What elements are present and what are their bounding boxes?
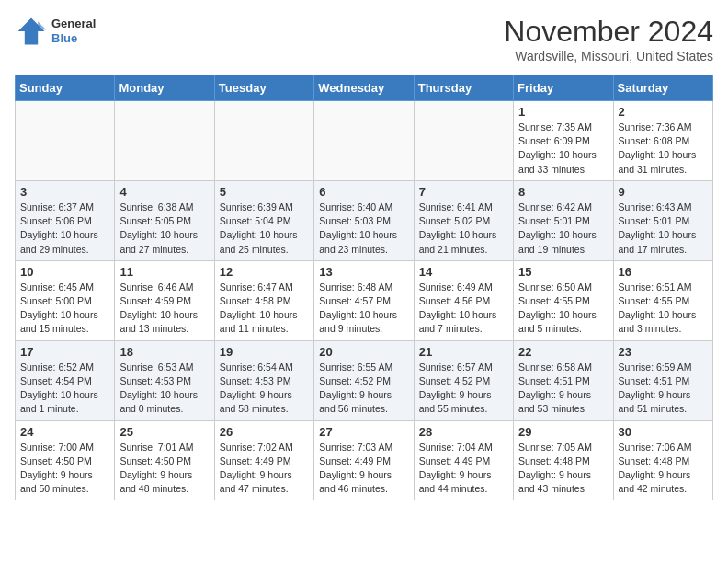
calendar-cell: 30Sunrise: 7:06 AM Sunset: 4:48 PM Dayli… xyxy=(613,420,712,500)
day-info: Sunrise: 7:36 AM Sunset: 6:08 PM Dayligh… xyxy=(619,121,708,177)
day-number: 25 xyxy=(119,425,209,439)
calendar-cell: 28Sunrise: 7:04 AM Sunset: 4:49 PM Dayli… xyxy=(414,420,513,500)
day-info: Sunrise: 6:43 AM Sunset: 5:01 PM Dayligh… xyxy=(619,201,708,257)
day-number: 21 xyxy=(419,345,508,359)
logo: General Blue xyxy=(15,15,96,48)
calendar-week-1: 1Sunrise: 7:35 AM Sunset: 6:09 PM Daylig… xyxy=(16,101,713,181)
calendar-table: SundayMondayTuesdayWednesdayThursdayFrid… xyxy=(15,75,713,500)
day-info: Sunrise: 6:39 AM Sunset: 5:04 PM Dayligh… xyxy=(220,201,309,257)
calendar-cell: 24Sunrise: 7:00 AM Sunset: 4:50 PM Dayli… xyxy=(16,420,115,500)
day-info: Sunrise: 6:55 AM Sunset: 4:52 PM Dayligh… xyxy=(319,361,408,417)
day-number: 30 xyxy=(619,425,708,439)
svg-marker-1 xyxy=(38,21,46,29)
day-info: Sunrise: 7:05 AM Sunset: 4:48 PM Dayligh… xyxy=(518,441,608,497)
calendar-cell: 11Sunrise: 6:46 AM Sunset: 4:59 PM Dayli… xyxy=(115,260,214,340)
calendar-cell: 6Sunrise: 6:40 AM Sunset: 5:03 PM Daylig… xyxy=(314,180,414,260)
day-info: Sunrise: 7:06 AM Sunset: 4:48 PM Dayligh… xyxy=(619,441,708,497)
day-number: 23 xyxy=(619,345,708,359)
calendar-cell: 4Sunrise: 6:38 AM Sunset: 5:05 PM Daylig… xyxy=(115,180,214,260)
day-info: Sunrise: 6:45 AM Sunset: 5:00 PM Dayligh… xyxy=(20,281,109,337)
day-number: 4 xyxy=(119,185,209,199)
day-info: Sunrise: 6:42 AM Sunset: 5:01 PM Dayligh… xyxy=(518,201,608,257)
day-number: 16 xyxy=(619,265,708,279)
calendar-cell: 12Sunrise: 6:47 AM Sunset: 4:58 PM Dayli… xyxy=(214,260,313,340)
day-info: Sunrise: 6:50 AM Sunset: 4:55 PM Dayligh… xyxy=(518,281,608,337)
calendar-cell: 15Sunrise: 6:50 AM Sunset: 4:55 PM Dayli… xyxy=(514,260,613,340)
day-number: 7 xyxy=(419,185,508,199)
day-info: Sunrise: 6:59 AM Sunset: 4:51 PM Dayligh… xyxy=(619,361,708,417)
calendar-cell: 17Sunrise: 6:52 AM Sunset: 4:54 PM Dayli… xyxy=(16,340,115,420)
day-number: 22 xyxy=(518,345,608,359)
calendar-cell: 26Sunrise: 7:02 AM Sunset: 4:49 PM Dayli… xyxy=(214,420,313,500)
calendar-cell xyxy=(314,101,414,181)
day-number: 27 xyxy=(319,425,408,439)
col-header-sunday: Sunday xyxy=(16,75,115,101)
day-info: Sunrise: 6:52 AM Sunset: 4:54 PM Dayligh… xyxy=(20,361,109,417)
day-info: Sunrise: 6:38 AM Sunset: 5:05 PM Dayligh… xyxy=(119,201,209,257)
day-number: 20 xyxy=(319,345,408,359)
day-number: 28 xyxy=(419,425,508,439)
title-block: November 2024 Wardsville, Missouri, Unit… xyxy=(504,15,713,63)
day-info: Sunrise: 7:01 AM Sunset: 4:50 PM Dayligh… xyxy=(119,441,209,497)
day-number: 1 xyxy=(518,105,608,119)
day-info: Sunrise: 7:00 AM Sunset: 4:50 PM Dayligh… xyxy=(20,441,109,497)
location: Wardsville, Missouri, United States xyxy=(504,49,713,63)
col-header-wednesday: Wednesday xyxy=(314,75,414,101)
day-info: Sunrise: 6:48 AM Sunset: 4:57 PM Dayligh… xyxy=(319,281,408,337)
calendar-cell: 21Sunrise: 6:57 AM Sunset: 4:52 PM Dayli… xyxy=(414,340,513,420)
day-number: 29 xyxy=(518,425,608,439)
day-info: Sunrise: 6:54 AM Sunset: 4:53 PM Dayligh… xyxy=(220,361,309,417)
calendar-cell: 22Sunrise: 6:58 AM Sunset: 4:51 PM Dayli… xyxy=(514,340,613,420)
day-info: Sunrise: 6:51 AM Sunset: 4:55 PM Dayligh… xyxy=(619,281,708,337)
calendar-cell: 5Sunrise: 6:39 AM Sunset: 5:04 PM Daylig… xyxy=(214,180,313,260)
day-number: 9 xyxy=(619,185,708,199)
calendar-header-row: SundayMondayTuesdayWednesdayThursdayFrid… xyxy=(16,75,713,101)
day-number: 18 xyxy=(119,345,209,359)
calendar-cell xyxy=(214,101,313,181)
calendar-cell xyxy=(414,101,513,181)
day-info: Sunrise: 6:49 AM Sunset: 4:56 PM Dayligh… xyxy=(419,281,508,337)
calendar-cell: 1Sunrise: 7:35 AM Sunset: 6:09 PM Daylig… xyxy=(514,101,613,181)
day-info: Sunrise: 6:53 AM Sunset: 4:53 PM Dayligh… xyxy=(119,361,209,417)
calendar-cell: 29Sunrise: 7:05 AM Sunset: 4:48 PM Dayli… xyxy=(514,420,613,500)
day-number: 3 xyxy=(20,185,109,199)
day-info: Sunrise: 7:03 AM Sunset: 4:49 PM Dayligh… xyxy=(319,441,408,497)
day-info: Sunrise: 6:58 AM Sunset: 4:51 PM Dayligh… xyxy=(518,361,608,417)
calendar-cell: 8Sunrise: 6:42 AM Sunset: 5:01 PM Daylig… xyxy=(514,180,613,260)
col-header-thursday: Thursday xyxy=(414,75,513,101)
day-number: 19 xyxy=(220,345,309,359)
calendar-cell: 20Sunrise: 6:55 AM Sunset: 4:52 PM Dayli… xyxy=(314,340,414,420)
day-number: 17 xyxy=(20,345,109,359)
day-number: 5 xyxy=(220,185,309,199)
day-number: 11 xyxy=(119,265,209,279)
calendar-cell: 23Sunrise: 6:59 AM Sunset: 4:51 PM Dayli… xyxy=(613,340,712,420)
day-number: 10 xyxy=(20,265,109,279)
calendar-cell: 27Sunrise: 7:03 AM Sunset: 4:49 PM Dayli… xyxy=(314,420,414,500)
day-info: Sunrise: 6:41 AM Sunset: 5:02 PM Dayligh… xyxy=(419,201,508,257)
day-info: Sunrise: 7:04 AM Sunset: 4:49 PM Dayligh… xyxy=(419,441,508,497)
day-info: Sunrise: 6:37 AM Sunset: 5:06 PM Dayligh… xyxy=(20,201,109,257)
calendar-cell: 18Sunrise: 6:53 AM Sunset: 4:53 PM Dayli… xyxy=(115,340,214,420)
calendar-cell: 2Sunrise: 7:36 AM Sunset: 6:08 PM Daylig… xyxy=(613,101,712,181)
calendar-cell: 19Sunrise: 6:54 AM Sunset: 4:53 PM Dayli… xyxy=(214,340,313,420)
day-info: Sunrise: 6:47 AM Sunset: 4:58 PM Dayligh… xyxy=(220,281,309,337)
day-info: Sunrise: 7:02 AM Sunset: 4:49 PM Dayligh… xyxy=(220,441,309,497)
day-info: Sunrise: 7:35 AM Sunset: 6:09 PM Dayligh… xyxy=(518,121,608,177)
calendar-cell: 9Sunrise: 6:43 AM Sunset: 5:01 PM Daylig… xyxy=(613,180,712,260)
svg-marker-0 xyxy=(18,18,45,45)
day-number: 6 xyxy=(319,185,408,199)
day-info: Sunrise: 6:46 AM Sunset: 4:59 PM Dayligh… xyxy=(119,281,209,337)
calendar-cell: 16Sunrise: 6:51 AM Sunset: 4:55 PM Dayli… xyxy=(613,260,712,340)
calendar-week-3: 10Sunrise: 6:45 AM Sunset: 5:00 PM Dayli… xyxy=(16,260,713,340)
month-title: November 2024 xyxy=(504,15,713,49)
logo-text: General Blue xyxy=(51,17,96,45)
col-header-friday: Friday xyxy=(514,75,613,101)
calendar-week-4: 17Sunrise: 6:52 AM Sunset: 4:54 PM Dayli… xyxy=(16,340,713,420)
day-number: 15 xyxy=(518,265,608,279)
day-number: 24 xyxy=(20,425,109,439)
calendar-cell xyxy=(115,101,214,181)
calendar-cell: 25Sunrise: 7:01 AM Sunset: 4:50 PM Dayli… xyxy=(115,420,214,500)
logo-icon xyxy=(15,15,48,48)
day-info: Sunrise: 6:57 AM Sunset: 4:52 PM Dayligh… xyxy=(419,361,508,417)
col-header-monday: Monday xyxy=(115,75,214,101)
